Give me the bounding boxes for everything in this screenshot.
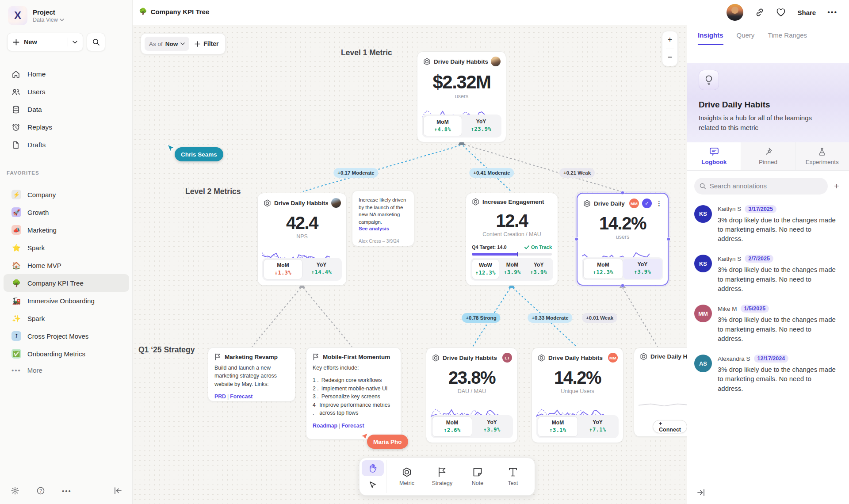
sidebar-item-home[interactable]: Home <box>0 65 133 83</box>
annotation-search-input[interactable] <box>710 182 822 190</box>
tab-time-ranges[interactable]: Time Ranges <box>768 31 807 45</box>
sidebar-item-drafts[interactable]: Drafts <box>0 136 133 154</box>
selection-handle[interactable] <box>621 284 625 288</box>
roadmap-link[interactable]: Roadmap <box>313 423 337 429</box>
strategy-note-mobile[interactable]: Mobile-First Momentum Key efforts includ… <box>306 347 401 439</box>
favorite-spark[interactable]: ⭐Spark <box>4 239 129 256</box>
stat-mom[interactable]: MoM↑12.3% <box>583 259 623 279</box>
stat-mom[interactable]: MoM↑3.9% <box>499 259 526 279</box>
metric-card-selected[interactable]: Drive Daily Habb.. MM ✓ ⋮ 14.2% users Mo… <box>577 193 669 286</box>
edge-label: +0.33 Moderate <box>528 313 572 323</box>
stat-mom[interactable]: MoM↓1.3% <box>264 259 302 279</box>
metric-title: Drive Daily Hab <box>650 353 687 360</box>
insight-metric-title: Drive Daily Habits <box>699 100 838 110</box>
favorite-company-kpi-tree[interactable]: 🌳Company KPI Tree <box>4 274 129 292</box>
stat-yoy[interactable]: YoY↑3.9% <box>525 259 552 279</box>
asof-selector[interactable]: As of Now <box>145 37 189 51</box>
stat-mom[interactable]: MoM↑4.8% <box>423 116 462 136</box>
collapse-panel-icon[interactable] <box>697 489 705 496</box>
metric-card-unique-users[interactable]: Drive Daily Habbits MM 14.2% Unique User… <box>532 347 623 443</box>
pan-hand-tool[interactable] <box>362 460 384 476</box>
stat-mom[interactable]: MoM↑2.6% <box>432 416 472 437</box>
annotation-author: Mike M <box>718 305 737 312</box>
stat-mom[interactable]: MoM↑3.1% <box>538 416 578 437</box>
project-switcher[interactable]: X Project Data View <box>8 6 64 25</box>
metric-card-dau[interactable]: Drive Daily Habbits LT 23.8% DAU / MAU M… <box>426 347 518 443</box>
tool-note[interactable]: Note <box>460 460 495 493</box>
sidebar-item-data[interactable]: Data <box>0 101 133 118</box>
sidebar-item-replays[interactable]: Replays <box>0 118 133 136</box>
favorite-cross-project-moves[interactable]: ⤴Cross Project Moves <box>4 327 129 345</box>
add-filter-button[interactable]: Filter <box>195 40 218 47</box>
tab-insights[interactable]: Insights <box>698 31 723 45</box>
annotation-item[interactable]: KS Kaitlyn S2/7/2025 3% drop likely due … <box>694 255 838 293</box>
selection-handle[interactable] <box>621 191 625 195</box>
strategy-note-marketing[interactable]: Marketing Revamp Build and launch a new … <box>208 347 295 401</box>
stat-yoy[interactable]: YoY↑7.1% <box>578 416 617 437</box>
forecast-link[interactable]: Forecast <box>341 423 364 429</box>
metric-card-nps[interactable]: Drive Daily Habbits 42.4 NPS MoM↓1.3% Yo… <box>257 193 347 286</box>
subtab-logbook[interactable]: Logbook <box>687 142 741 170</box>
header-more-icon[interactable]: ••• <box>827 8 838 16</box>
stat-wow[interactable]: WoW↑12.3% <box>472 259 499 279</box>
selection-handle[interactable] <box>667 237 671 241</box>
sidebar-item-users[interactable]: Users <box>0 83 133 101</box>
avatar: MM <box>694 305 712 322</box>
tool-strategy[interactable]: Strategy <box>424 460 460 493</box>
tool-text[interactable]: Text <box>495 460 531 493</box>
favorites-more[interactable]: •••More <box>4 363 129 378</box>
share-button[interactable]: Share <box>797 9 816 16</box>
annotation-item[interactable]: MM Mike M1/5/2025 3% drop likely due to … <box>694 305 838 343</box>
favorite-spark-2[interactable]: ✨Spark <box>4 309 129 327</box>
settings-gear-icon[interactable] <box>11 486 19 495</box>
strategy-item: Implement mobile-native UI <box>313 385 394 393</box>
see-analysis-link[interactable]: See analysis <box>359 226 408 231</box>
select-cursor-tool[interactable] <box>362 477 384 493</box>
hand-icon <box>368 463 378 473</box>
help-icon[interactable]: ? <box>36 486 45 495</box>
favorite-immersive-onboarding[interactable]: 🚂Immersive Onboarding <box>4 292 129 309</box>
favorite-heart-icon[interactable] <box>776 8 786 17</box>
stat-yoy[interactable]: YoY↑3.9% <box>623 259 662 279</box>
project-view-selector[interactable]: Data View <box>33 17 64 23</box>
selection-handle[interactable] <box>575 237 579 241</box>
new-button[interactable]: New <box>7 33 83 51</box>
annotation-item[interactable]: KS Kaitlyn S3/17/2025 3% drop likely due… <box>694 205 838 244</box>
strategy-title: Mobile-First Momentum <box>323 354 390 360</box>
card-menu-icon[interactable]: ⋮ <box>655 199 662 207</box>
annotation-search[interactable] <box>694 178 828 195</box>
zoom-out-button[interactable]: − <box>662 49 677 66</box>
annotation-item[interactable]: AS Alexandra S12/17/2024 3% drop likely … <box>694 355 838 393</box>
kpi-tree-canvas[interactable]: As of Now Filter + − Level 1 Metric Leve… <box>133 25 687 504</box>
annotation-note[interactable]: Increase likely driven by the launch of … <box>352 191 414 246</box>
collapse-sidebar-icon[interactable] <box>114 487 122 494</box>
stat-yoy[interactable]: YoY↑14.4% <box>302 259 340 279</box>
stat-yoy[interactable]: YoY↑3.9% <box>472 416 512 437</box>
more-options-icon[interactable]: ••• <box>62 487 72 495</box>
chevron-down-icon[interactable] <box>73 41 77 44</box>
forecast-link[interactable]: Forecast <box>230 393 252 400</box>
metric-card-engagement[interactable]: Increase Engagement 12.4 Content Creatio… <box>466 193 558 286</box>
user-avatar[interactable] <box>727 4 743 21</box>
sidebar-search-button[interactable] <box>87 33 105 51</box>
favorite-company[interactable]: ⚡Company <box>4 186 129 203</box>
connect-button[interactable]: + Connect <box>653 420 687 433</box>
favorite-onboarding-metrics[interactable]: ✅Onboarding Metrics <box>4 345 129 363</box>
sidebar: X Project Data View New <box>0 0 133 504</box>
favorite-growth[interactable]: 🚀Growth <box>4 203 129 221</box>
subtab-experiments[interactable]: Experiments <box>795 142 849 170</box>
annotation-text: 3% drop likely due to the changes made t… <box>718 215 838 244</box>
metric-card-level1[interactable]: Drive Daily Habbits $2.32M users MoM↑4.8… <box>417 51 506 142</box>
add-annotation-icon[interactable]: + <box>834 181 839 191</box>
tool-metric[interactable]: Metric <box>389 460 424 493</box>
users-icon <box>11 88 20 96</box>
prd-link[interactable]: PRD <box>214 393 226 400</box>
top-header: 🌳 Company KPI Tree Share ••• <box>133 0 849 25</box>
favorite-marketing[interactable]: 📣Marketing <box>4 221 129 239</box>
copy-link-icon[interactable] <box>755 8 765 17</box>
tab-query[interactable]: Query <box>737 31 755 45</box>
favorite-home-mvp[interactable]: 🏠Home MVP <box>4 256 129 274</box>
zoom-in-button[interactable]: + <box>662 31 677 49</box>
stat-yoy[interactable]: YoY↑23.9% <box>462 116 500 136</box>
subtab-pinned[interactable]: Pinned <box>741 142 795 170</box>
